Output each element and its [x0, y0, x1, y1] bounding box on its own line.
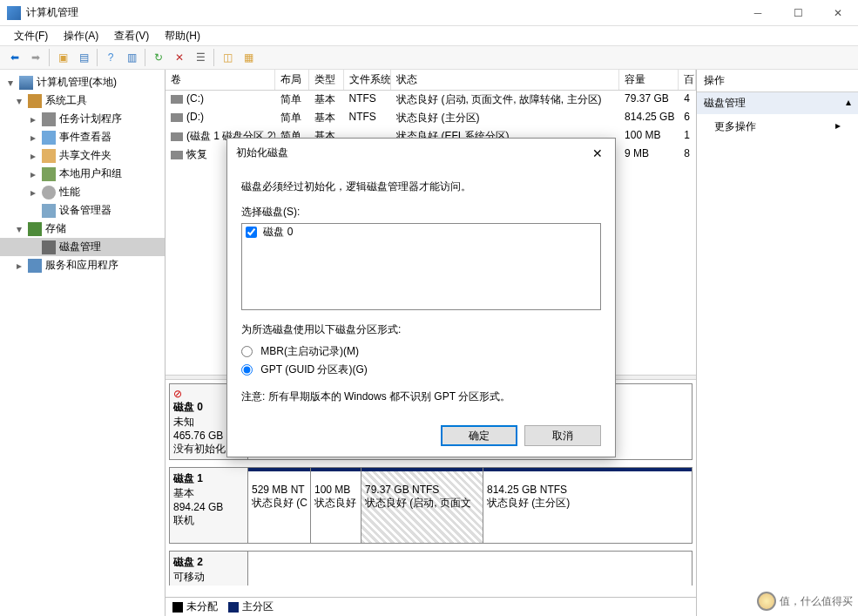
menubar: 文件(F) 操作(A) 查看(V) 帮助(H): [0, 26, 858, 45]
mbr-radio-row[interactable]: MBR(主启动记录)(M): [241, 344, 601, 359]
tree-root[interactable]: ▾计算机管理(本地): [0, 73, 165, 91]
tree-label: 任务计划程序: [59, 112, 122, 126]
folder-icon[interactable]: ▣: [53, 48, 72, 67]
refresh-icon[interactable]: ↻: [149, 48, 168, 67]
tree-device-manager[interactable]: ▸设备管理器: [0, 201, 165, 220]
app-icon: [7, 6, 21, 20]
dialog-titlebar: 初始化磁盘 ✕: [227, 139, 615, 167]
tree-services[interactable]: ▸服务和应用程序: [0, 256, 165, 274]
partition-style-label: 为所选磁盘使用以下磁盘分区形式:: [241, 322, 601, 337]
disk-size: 894.24 GB: [173, 501, 244, 513]
minimize-button[interactable]: ─: [738, 0, 778, 26]
actions-section[interactable]: 磁盘管理▴: [697, 92, 858, 114]
tree-storage[interactable]: ▾存储: [0, 220, 165, 238]
dialog-note: 注意: 所有早期版本的 Windows 都不识别 GPT 分区形式。: [241, 389, 601, 404]
disk-status: 联机: [173, 513, 244, 528]
menu-action[interactable]: 操作(A): [57, 27, 105, 45]
forward-icon[interactable]: ➡: [26, 48, 45, 67]
legend: 未分配 主分区: [166, 597, 696, 616]
watermark: 值，什么值得买: [757, 592, 853, 611]
tree-label: 性能: [59, 185, 80, 200]
volume-row[interactable]: (D:)简单基本NTFS状态良好 (主分区)814.25 GB6: [166, 109, 696, 127]
disk-2-label: 磁盘 2 可移动: [170, 552, 248, 586]
disk-name: 磁盘 2: [173, 555, 244, 570]
select-disk-label: 选择磁盘(S):: [241, 205, 601, 220]
table-icon[interactable]: ▤: [74, 48, 93, 67]
disk-list-item[interactable]: 磁盘 0: [242, 224, 600, 240]
disk-1-partition-3[interactable]: 79.37 GB NTFS状态良好 (启动, 页面文: [361, 468, 483, 543]
cancel-button[interactable]: 取消: [524, 425, 601, 446]
disk-item-label: 磁盘 0: [263, 226, 293, 238]
tree-panel: ▾计算机管理(本地) ▾系统工具 ▸任务计划程序 ▸事件查看器 ▸共享文件夹 ▸…: [0, 70, 166, 616]
disk-type: 基本: [173, 486, 244, 501]
tree-label: 服务和应用程序: [45, 258, 118, 273]
chevron-right-icon: ▸: [835, 119, 841, 134]
col-volume[interactable]: 卷: [166, 70, 275, 90]
disk-2-block[interactable]: 磁盘 2 可移动: [169, 551, 692, 586]
tree-label: 计算机管理(本地): [37, 75, 117, 90]
legend-primary: 主分区: [228, 599, 274, 614]
help-icon[interactable]: ?: [101, 48, 120, 67]
volume-row[interactable]: (C:)简单基本NTFS状态良好 (启动, 页面文件, 故障转储, 主分区)79…: [166, 91, 696, 109]
tree-label: 事件查看器: [59, 130, 111, 145]
menu-view[interactable]: 查看(V): [107, 27, 156, 45]
ok-button[interactable]: 确定: [441, 425, 517, 446]
col-filesystem[interactable]: 文件系统: [344, 70, 392, 90]
tree-label: 系统工具: [45, 93, 87, 108]
col-layout[interactable]: 布局: [275, 70, 309, 90]
toolbar: ⬅ ➡ ▣ ▤ ? ▥ ↻ ✕ ☰ ◫ ▦: [0, 45, 858, 70]
tree-shared-folders[interactable]: ▸共享文件夹: [0, 146, 165, 165]
actions-more[interactable]: 更多操作▸: [697, 114, 858, 139]
disk-1-partition-2[interactable]: 100 MB状态良好: [311, 468, 361, 543]
separator: [97, 49, 98, 66]
chart-icon[interactable]: ▦: [239, 48, 258, 67]
gpt-radio-row[interactable]: GPT (GUID 分区表)(G): [241, 362, 601, 377]
col-capacity[interactable]: 容量: [619, 70, 679, 90]
disk-checkbox[interactable]: [246, 227, 257, 238]
dialog-close-button[interactable]: ✕: [589, 146, 606, 160]
list-icon[interactable]: ▥: [122, 48, 141, 67]
tree-label: 本地用户和组: [59, 166, 122, 181]
titlebar: 计算机管理 ─ ☐ ✕: [0, 0, 858, 26]
disk-1-label: 磁盘 1 基本 894.24 GB 联机: [170, 468, 248, 543]
col-status[interactable]: 状态: [391, 70, 619, 90]
disk-1-block[interactable]: 磁盘 1 基本 894.24 GB 联机 529 MB NT状态良好 (C 10…: [169, 467, 692, 544]
mbr-radio[interactable]: [241, 346, 253, 357]
menu-file[interactable]: 文件(F): [7, 27, 55, 45]
col-last[interactable]: 百: [679, 70, 696, 90]
dialog-title: 初始化磁盘: [236, 146, 288, 160]
separator: [213, 49, 214, 66]
new-icon[interactable]: ◫: [218, 48, 237, 67]
close-button[interactable]: ✕: [818, 0, 858, 26]
col-type[interactable]: 类型: [309, 70, 343, 90]
tree-disk-management[interactable]: ▸磁盘管理: [0, 238, 165, 256]
tree-label: 共享文件夹: [59, 148, 111, 163]
back-icon[interactable]: ⬅: [5, 48, 24, 67]
maximize-button[interactable]: ☐: [778, 0, 818, 26]
settings-icon[interactable]: ☰: [191, 48, 210, 67]
tree-local-users[interactable]: ▸本地用户和组: [0, 165, 165, 183]
gpt-label: GPT (GUID 分区表)(G): [260, 363, 367, 376]
tree-label: 磁盘管理: [59, 240, 101, 254]
tree-event-viewer[interactable]: ▸事件查看器: [0, 128, 165, 146]
disk-status: 可移动: [173, 570, 244, 585]
tree-task-scheduler[interactable]: ▸任务计划程序: [0, 110, 165, 128]
collapse-icon: ▴: [846, 96, 851, 111]
initialize-disk-dialog: 初始化磁盘 ✕ 磁盘必须经过初始化，逻辑磁盘管理器才能访问。 选择磁盘(S): …: [226, 138, 616, 457]
window-title: 计算机管理: [26, 5, 738, 20]
volume-table-header: 卷 布局 类型 文件系统 状态 容量 百: [166, 70, 696, 91]
gpt-radio[interactable]: [241, 364, 253, 376]
disk-1-partition-4[interactable]: 814.25 GB NTFS状态良好 (主分区): [483, 468, 692, 543]
tree-label: 设备管理器: [59, 203, 111, 218]
tree-performance[interactable]: ▸性能: [0, 183, 165, 201]
legend-unallocated: 未分配: [172, 599, 218, 614]
tree-system-tools[interactable]: ▾系统工具: [0, 91, 165, 110]
menu-help[interactable]: 帮助(H): [158, 27, 207, 45]
actions-header: 操作: [697, 70, 858, 92]
mbr-label: MBR(主启动记录)(M): [260, 345, 359, 357]
disk-1-partition-1[interactable]: 529 MB NT状态良好 (C: [248, 468, 311, 543]
watermark-text: 值，什么值得买: [780, 594, 853, 609]
disk-listbox[interactable]: 磁盘 0: [241, 223, 601, 310]
delete-icon[interactable]: ✕: [170, 48, 189, 67]
separator: [49, 49, 50, 66]
